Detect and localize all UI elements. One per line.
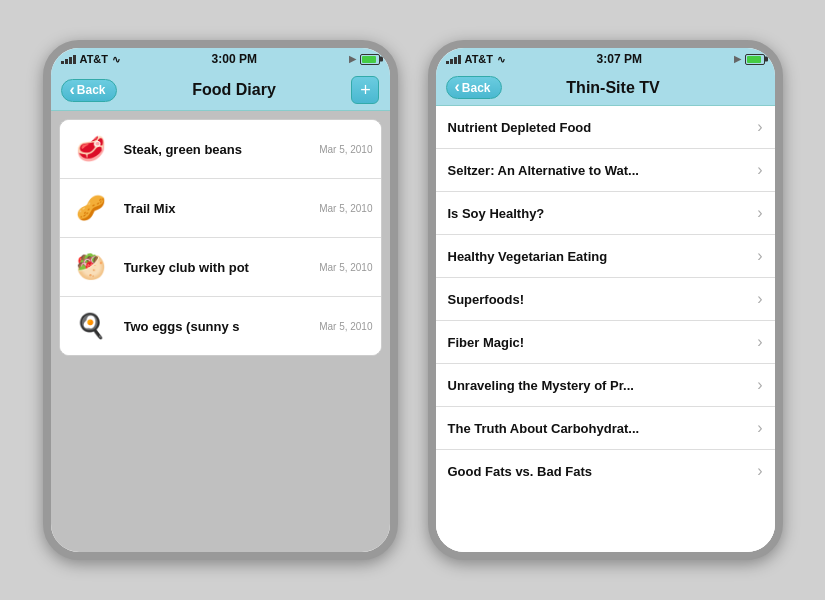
tv-item-label: Nutrient Depleted Food: [448, 120, 750, 135]
chevron-right-icon: ›: [757, 161, 762, 179]
tv-list-item[interactable]: Healthy Vegetarian Eating ›: [436, 235, 775, 278]
phone-food-diary: AT&T ∿ 3:00 PM ▶ Back Food Diary + 🥩 Ste…: [43, 40, 398, 560]
status-right-1: ▶: [349, 54, 380, 65]
food-info: Two eggs (sunny s: [124, 319, 320, 334]
food-info: Steak, green beans: [124, 142, 320, 157]
tv-item-label: Seltzer: An Alternative to Wat...: [448, 163, 750, 178]
tv-list-item[interactable]: Unraveling the Mystery of Pr... ›: [436, 364, 775, 407]
nav-bar-2: Back Thin-Site TV: [436, 70, 775, 106]
tv-item-label: Healthy Vegetarian Eating: [448, 249, 750, 264]
food-thumbnail: 🍳: [68, 303, 114, 349]
food-date: Mar 5, 2010: [319, 321, 372, 332]
food-date: Mar 5, 2010: [319, 262, 372, 273]
time-label: 3:00 PM: [212, 52, 257, 66]
chevron-right-icon: ›: [757, 290, 762, 308]
food-list-card: 🥩 Steak, green beans Mar 5, 2010 🥜 Trail…: [59, 119, 382, 356]
nav-title-2: Thin-Site TV: [566, 79, 659, 97]
food-diary-content: 🥩 Steak, green beans Mar 5, 2010 🥜 Trail…: [51, 111, 390, 552]
tv-item-label: Is Soy Healthy?: [448, 206, 750, 221]
chevron-right-icon: ›: [757, 376, 762, 394]
back-button-1[interactable]: Back: [61, 79, 117, 102]
tv-list-item[interactable]: Superfoods! ›: [436, 278, 775, 321]
location-icon-2: ▶: [734, 54, 741, 64]
food-date: Mar 5, 2010: [319, 144, 372, 155]
tv-item-label: The Truth About Carbohydrat...: [448, 421, 750, 436]
battery-icon-2: [745, 54, 765, 65]
wifi-icon-2: ∿: [497, 54, 505, 65]
time-label-2: 3:07 PM: [597, 52, 642, 66]
signal-icon: [61, 55, 76, 64]
status-left-1: AT&T ∿: [61, 53, 121, 65]
chevron-right-icon: ›: [757, 419, 762, 437]
add-button[interactable]: +: [351, 76, 379, 104]
carrier-label-2: AT&T: [465, 53, 494, 65]
chevron-right-icon: ›: [757, 333, 762, 351]
tv-item-label: Good Fats vs. Bad Fats: [448, 464, 750, 479]
tv-content: Nutrient Depleted Food › Seltzer: An Alt…: [436, 106, 775, 552]
food-name: Steak, green beans: [124, 142, 320, 157]
tv-list-item[interactable]: The Truth About Carbohydrat... ›: [436, 407, 775, 450]
tv-list-item[interactable]: Is Soy Healthy? ›: [436, 192, 775, 235]
food-thumbnail: 🥩: [68, 126, 114, 172]
food-info: Trail Mix: [124, 201, 320, 216]
wifi-icon: ∿: [112, 54, 120, 65]
chevron-right-icon: ›: [757, 247, 762, 265]
chevron-right-icon: ›: [757, 204, 762, 222]
carrier-label: AT&T: [80, 53, 109, 65]
status-bar-2: AT&T ∿ 3:07 PM ▶: [436, 48, 775, 70]
phone-thin-site-tv: AT&T ∿ 3:07 PM ▶ Back Thin-Site TV Nutri…: [428, 40, 783, 560]
food-name: Turkey club with pot: [124, 260, 320, 275]
food-list-item[interactable]: 🥩 Steak, green beans Mar 5, 2010: [60, 120, 381, 179]
tv-item-label: Unraveling the Mystery of Pr...: [448, 378, 750, 393]
tv-list-item[interactable]: Nutrient Depleted Food ›: [436, 106, 775, 149]
food-list-item[interactable]: 🥙 Turkey club with pot Mar 5, 2010: [60, 238, 381, 297]
food-list-item[interactable]: 🍳 Two eggs (sunny s Mar 5, 2010: [60, 297, 381, 355]
tv-list-item[interactable]: Seltzer: An Alternative to Wat... ›: [436, 149, 775, 192]
battery-icon: [360, 54, 380, 65]
food-date: Mar 5, 2010: [319, 203, 372, 214]
location-icon: ▶: [349, 54, 356, 64]
chevron-right-icon: ›: [757, 462, 762, 480]
food-thumbnail: 🥜: [68, 185, 114, 231]
chevron-right-icon: ›: [757, 118, 762, 136]
tv-list-item[interactable]: Good Fats vs. Bad Fats ›: [436, 450, 775, 492]
status-bar-1: AT&T ∿ 3:00 PM ▶: [51, 48, 390, 70]
tv-item-label: Fiber Magic!: [448, 335, 750, 350]
food-thumbnail: 🥙: [68, 244, 114, 290]
nav-title-1: Food Diary: [192, 81, 276, 99]
signal-icon-2: [446, 55, 461, 64]
tv-item-label: Superfoods!: [448, 292, 750, 307]
food-list-item[interactable]: 🥜 Trail Mix Mar 5, 2010: [60, 179, 381, 238]
food-name: Trail Mix: [124, 201, 320, 216]
tv-list-item[interactable]: Fiber Magic! ›: [436, 321, 775, 364]
food-info: Turkey club with pot: [124, 260, 320, 275]
food-name: Two eggs (sunny s: [124, 319, 320, 334]
back-button-2[interactable]: Back: [446, 76, 502, 99]
nav-bar-1: Back Food Diary +: [51, 70, 390, 111]
status-right-2: ▶: [734, 54, 765, 65]
tv-list: Nutrient Depleted Food › Seltzer: An Alt…: [436, 106, 775, 552]
status-left-2: AT&T ∿: [446, 53, 506, 65]
